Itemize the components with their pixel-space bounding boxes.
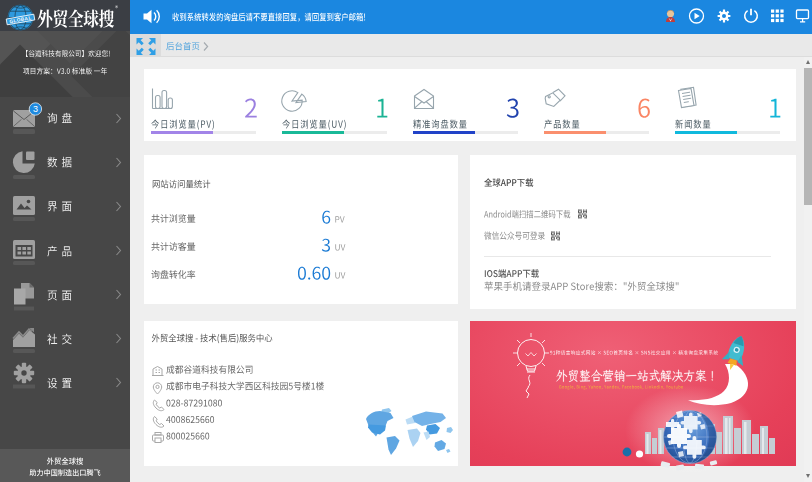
svg-text:3: 3 [33,104,38,114]
